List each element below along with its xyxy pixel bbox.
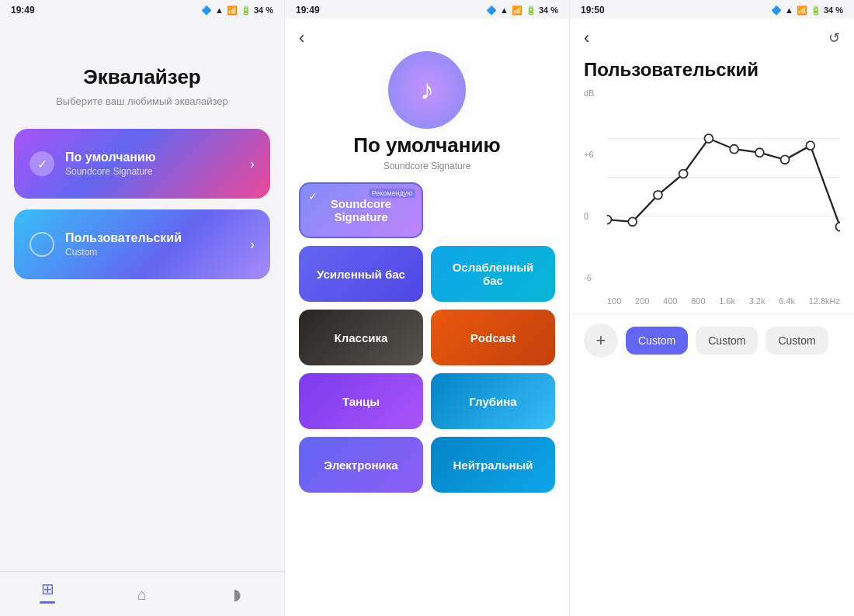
y-label-plus6: +6	[584, 150, 594, 159]
preset-tile-electronic[interactable]: Электроника	[299, 437, 423, 493]
preset-label-acoustic: Акустика	[467, 204, 519, 217]
eq-card-name: По умолчанию	[65, 151, 156, 164]
svg-point-11	[806, 141, 814, 150]
nav-home[interactable]: ⌂	[95, 586, 189, 604]
chevron-right-icon-custom: ›	[250, 237, 255, 253]
page-title-1: Эквалайзер	[83, 65, 201, 89]
wifi-icon-2: ▲	[500, 5, 509, 15]
nav-active-indicator	[40, 601, 55, 604]
signal-icon-2: 📶	[512, 5, 522, 16]
bluetooth-icon: 🔷	[201, 5, 212, 16]
back-button-3[interactable]: ‹	[584, 25, 595, 51]
eq-card-left: ✓ По умолчанию Soundcore Signature	[30, 151, 156, 177]
eq-card-sub: Soundcore Signature	[65, 166, 156, 177]
signal-icon: 📶	[227, 5, 238, 16]
preset-tile-depth[interactable]: Глубина	[431, 373, 555, 429]
svg-point-8	[730, 145, 738, 154]
x-label-200: 200	[635, 296, 649, 306]
preset-tile-classic[interactable]: Классика	[299, 310, 423, 365]
preset-tile-podcast[interactable]: Podcast	[431, 310, 555, 365]
x-label-6k4: 6.4k	[779, 296, 795, 306]
eq-card-name-custom: Пользовательский	[65, 231, 182, 245]
preset-label-classic: Классика	[335, 331, 388, 344]
panel2-content: ♪ По умолчанию Soundcore Signature ✓ Рек…	[285, 51, 569, 493]
svg-point-3	[607, 216, 611, 224]
bluetooth-icon-3: 🔷	[771, 5, 782, 16]
eq-card-texts: По умолчанию Soundcore Signature	[65, 151, 156, 177]
wifi-icon: ▲	[215, 5, 224, 15]
reset-button[interactable]: ↺	[828, 29, 840, 47]
y-label-minus6: -6	[584, 273, 594, 282]
bottom-nav: ⊞ ⌂ ◗	[0, 571, 284, 616]
preset-tab-2[interactable]: Custom	[765, 327, 828, 355]
x-label-100: 100	[607, 296, 621, 306]
add-preset-button[interactable]: +	[584, 324, 618, 358]
svg-point-7	[704, 134, 713, 143]
panel3-header: ‹ ↺	[570, 19, 854, 51]
nav-sleep[interactable]: ◗	[189, 585, 284, 604]
time-2: 19:49	[296, 5, 320, 16]
preset-tile-reduced-bass[interactable]: Ослабленный бас	[431, 246, 555, 302]
svg-point-4	[628, 217, 637, 226]
equalizer-nav-icon: ⊞	[41, 580, 54, 598]
preset-tab-1[interactable]: Custom	[696, 327, 758, 355]
x-label-400: 400	[663, 296, 677, 306]
chevron-right-icon: ›	[250, 156, 255, 172]
eq-card-default[interactable]: ✓ По умолчанию Soundcore Signature ›	[14, 129, 270, 199]
panel2-subtitle: Soundcore Signature	[384, 161, 471, 171]
battery-icon-3: 🔋 34 %	[811, 5, 843, 16]
nav-equalizer[interactable]: ⊞	[0, 580, 95, 604]
status-bar-2: 19:49 🔷 ▲ 📶 🔋 34 %	[285, 0, 569, 19]
panel-equalizer: 19:49 🔷 ▲ 📶 🔋 34 % Эквалайзер Выберите в…	[0, 0, 284, 616]
preset-tile-neutral[interactable]: Нейтральный	[431, 437, 555, 493]
music-icon: ♪	[420, 74, 434, 106]
back-button-2[interactable]: ‹	[299, 25, 311, 51]
chart-x-labels: 100 200 400 800 1.6k 3.2k 6.4k 12.8kHz	[607, 296, 840, 306]
svg-point-12	[836, 223, 840, 231]
y-label-0: 0	[584, 212, 594, 221]
status-bar-1: 19:49 🔷 ▲ 📶 🔋 34 %	[0, 0, 284, 19]
svg-point-10	[781, 155, 790, 164]
preset-tile-acoustic[interactable]: Акустика	[431, 182, 555, 238]
hero-image: ♪	[388, 51, 466, 129]
preset-label-neutral: Нейтральный	[453, 459, 533, 472]
eq-card-custom[interactable]: Пользовательский Custom ›	[14, 209, 270, 279]
battery-icon: 🔋 34 %	[241, 5, 273, 16]
x-label-1k6: 1.6k	[719, 296, 735, 306]
eq-card-sub-custom: Custom	[65, 247, 182, 258]
preset-label-reduced-bass: Ослабленный бас	[442, 261, 544, 287]
preset-label-signature: Soundcore Signature	[311, 197, 411, 223]
eq-chart-svg[interactable]	[607, 96, 840, 258]
home-nav-icon: ⌂	[137, 586, 147, 604]
sleep-nav-icon: ◗	[233, 585, 241, 604]
x-label-3k2: 3.2k	[749, 296, 765, 306]
panel-custom-eq: 19:50 🔷 ▲ 📶 🔋 34 % ‹ ↺ Пользовательский …	[570, 0, 854, 616]
chart-y-labels: dB +6 0 -6	[584, 88, 594, 282]
bluetooth-icon-2: 🔷	[486, 5, 497, 16]
preset-tile-signature[interactable]: ✓ Рекомендую Soundcore Signature	[299, 182, 423, 238]
battery-icon-2: 🔋 34 %	[526, 5, 558, 16]
eq-card-left-custom: Пользовательский Custom	[30, 231, 182, 258]
presets-grid: ✓ Рекомендую Soundcore Signature Акустик…	[299, 182, 555, 493]
preset-label-electronic: Электроника	[324, 459, 397, 472]
time-3: 19:50	[581, 5, 605, 16]
preset-label-podcast: Podcast	[470, 331, 516, 344]
y-label-db: dB	[584, 88, 594, 98]
status-icons-3: 🔷 ▲ 📶 🔋 34 %	[771, 5, 843, 16]
status-icons-2: 🔷 ▲ 📶 🔋 34 %	[486, 5, 558, 16]
preset-tile-bass[interactable]: Усиленный бас	[299, 246, 423, 302]
preset-label-bass: Усиленный бас	[317, 268, 405, 281]
x-label-12k8: 12.8kHz	[809, 296, 840, 306]
preset-label-dance: Танцы	[342, 395, 380, 408]
svg-point-9	[755, 148, 764, 157]
svg-point-6	[679, 170, 688, 178]
preset-tab-0[interactable]: Custom	[626, 327, 688, 355]
eq-chart: dB +6 0 -6 100 200	[584, 88, 840, 306]
status-icons-1: 🔷 ▲ 📶 🔋 34 %	[201, 5, 273, 16]
panel-presets: 19:49 🔷 ▲ 📶 🔋 34 % ‹ ♪ По умолчанию Soun…	[284, 0, 570, 616]
x-label-800: 800	[691, 296, 705, 306]
radio-empty-icon	[30, 232, 54, 257]
preset-tile-dance[interactable]: Танцы	[299, 373, 423, 429]
time-1: 19:49	[11, 5, 35, 16]
wifi-icon-3: ▲	[785, 5, 793, 15]
